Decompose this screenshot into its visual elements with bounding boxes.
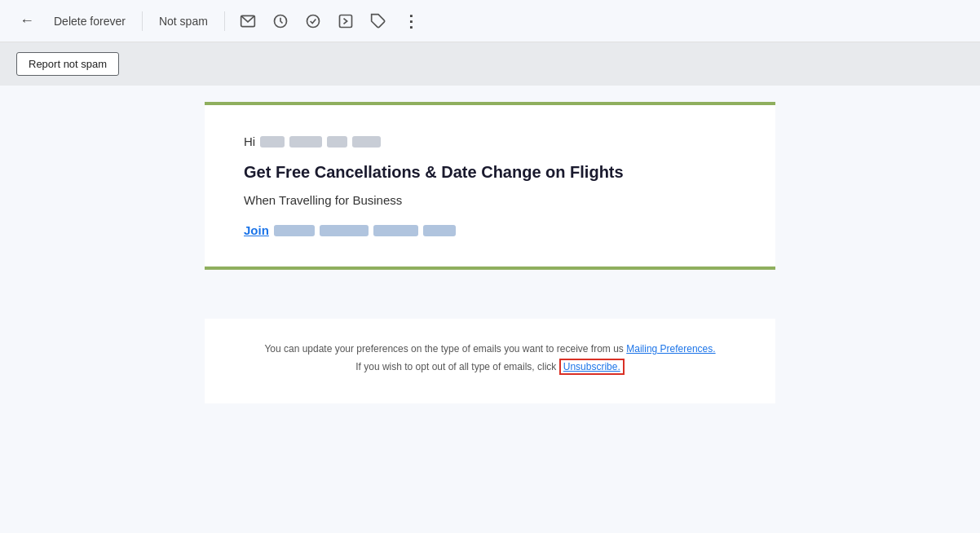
label-icon-button[interactable] xyxy=(365,8,391,34)
mark-done-icon-button[interactable] xyxy=(300,8,326,34)
join-blurred-4 xyxy=(423,225,456,236)
hi-line: Hi xyxy=(244,134,736,148)
mailing-preferences-link[interactable]: Mailing Preferences. xyxy=(626,343,715,355)
join-blurred-3 xyxy=(373,225,418,236)
email-body: Hi Get Free Cancellations & Date Change … xyxy=(205,105,775,266)
email-footer: You can update your preferences on the t… xyxy=(205,319,775,403)
delete-forever-button[interactable]: Delete forever xyxy=(47,10,132,33)
clock-icon xyxy=(272,13,289,29)
label-icon xyxy=(370,13,386,29)
not-spam-label: Not spam xyxy=(159,15,208,28)
move-icon-button[interactable] xyxy=(333,8,359,34)
divider-1 xyxy=(142,11,143,31)
bottom-green-line xyxy=(205,266,775,270)
join-link[interactable]: Join xyxy=(244,223,269,237)
email-icon-button[interactable] xyxy=(235,8,261,34)
back-arrow-icon: ← xyxy=(20,12,34,29)
report-not-spam-button[interactable]: Report not spam xyxy=(16,52,119,76)
recipient-blurred-2 xyxy=(289,136,322,148)
hi-text: Hi xyxy=(244,134,255,148)
footer-unsubscribe-text: If you wish to opt out of all type of em… xyxy=(244,361,736,372)
snooze-icon-button[interactable] xyxy=(267,8,294,34)
email-headline: Get Free Cancellations & Date Change on … xyxy=(244,163,736,182)
email-card: Hi Get Free Cancellations & Date Change … xyxy=(205,102,775,270)
recipient-blurred-4 xyxy=(352,136,381,148)
more-options-icon: ⋮ xyxy=(403,11,420,31)
recipient-blurred-3 xyxy=(327,136,347,148)
back-button[interactable]: ← xyxy=(13,7,41,34)
recipient-blurred-1 xyxy=(260,136,285,148)
join-blurred-1 xyxy=(274,225,315,236)
divider-2 xyxy=(224,11,225,31)
toolbar: ← Delete forever Not spam ⋮ xyxy=(0,0,980,42)
more-options-button[interactable]: ⋮ xyxy=(398,7,425,36)
checkmark-icon xyxy=(305,13,321,29)
email-icon xyxy=(240,13,256,29)
svg-point-2 xyxy=(307,15,319,27)
email-area: Hi Get Free Cancellations & Date Change … xyxy=(0,86,980,533)
email-subtext: When Travelling for Business xyxy=(244,193,736,207)
move-icon xyxy=(338,13,354,29)
join-line: Join xyxy=(244,223,736,237)
unsubscribe-link[interactable]: Unsubscribe. xyxy=(559,359,625,375)
svg-rect-3 xyxy=(339,15,351,27)
delete-forever-label: Delete forever xyxy=(54,15,126,28)
spam-notice-bar: Report not spam xyxy=(0,42,980,86)
footer-preferences-text: You can update your preferences on the t… xyxy=(244,343,736,355)
join-blurred-2 xyxy=(320,225,369,236)
not-spam-button[interactable]: Not spam xyxy=(152,10,214,33)
